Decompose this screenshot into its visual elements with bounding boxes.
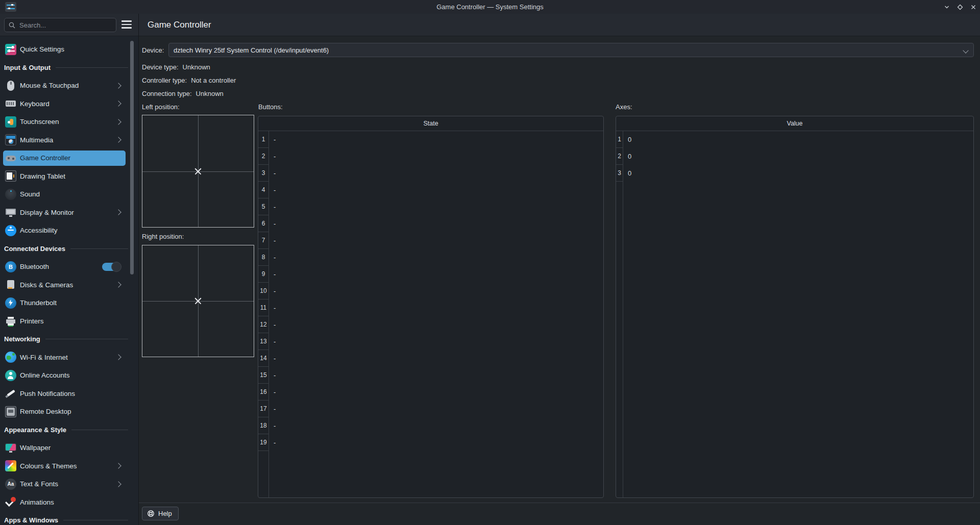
device-combobox[interactable]: dztech Winry 25tf System Control (/dev/i… [168,43,974,57]
sidebar-section-appearance-style: Appearance & Style [0,421,138,439]
sidebar-item-wi-fi-internet[interactable]: Wi-Fi & Internet [3,349,126,365]
row-value: - [268,434,276,451]
sidebar-item-disks-cameras[interactable]: Disks & Cameras [3,277,126,292]
row-number: 4 [258,182,268,198]
sidebar-item-multimedia[interactable]: Multimedia [3,132,126,147]
section-divider [45,339,128,339]
close-icon[interactable] [969,3,977,11]
row-number: 2 [258,148,268,165]
disks-icon [5,279,16,290]
table-row: 9- [258,266,603,283]
row-number: 14 [258,350,268,367]
sidebar-item-label: Keyboard [20,100,50,108]
sidebar-item-label: Push Notifications [20,390,75,397]
row-value: - [268,333,276,350]
buttons-label: Buttons: [258,103,283,111]
sidebar-item-label: Wallpaper [20,444,51,452]
help-icon [147,510,155,517]
row-value: - [268,182,276,198]
row-number: 19 [258,434,268,451]
remote-desktop-icon [5,406,16,417]
section-label: Appearance & Style [4,426,66,434]
table-row: 13- [258,333,603,350]
search-icon [9,22,15,29]
axes-table-body: 102030 [616,131,973,182]
window-title: Game Controller — System Settings [0,0,980,14]
table-row: 4- [258,182,603,198]
footer-divider [139,503,980,503]
multimedia-icon [5,134,16,145]
sidebar-item-label: Disks & Cameras [20,281,73,289]
hamburger-menu-icon[interactable] [121,20,132,29]
sidebar-item-bluetooth[interactable]: BBluetooth [3,259,126,274]
sidebar-item-online-accounts[interactable]: Online Accounts [3,368,126,383]
chevron-right-icon [115,463,121,469]
buttons-table-body: 1-2-3-4-5-6-7-8-9-10-11-12-13-14-15-16-1… [258,131,603,451]
sidebar-item-animations[interactable]: Animations [3,494,126,510]
sidebar-item-keyboard[interactable]: Keyboard [3,96,126,111]
sidebar: Quick SettingsInput & OutputMouse & Touc… [0,36,138,525]
chevron-right-icon [115,83,121,88]
row-value: - [268,266,276,283]
sidebar-item-accessibility[interactable]: Accessibility [3,223,126,238]
sidebar-item-remote-desktop[interactable]: Remote Desktop [3,404,126,419]
sidebar-item-mouse-touchpad[interactable]: Mouse & Touchpad [3,78,126,93]
wifi-icon [5,352,16,363]
row-number: 10 [258,283,268,299]
axes-table-header: Value [616,116,973,131]
row-number: 11 [258,299,268,316]
sidebar-item-push-notifications[interactable]: Push Notifications [3,386,126,401]
sidebar-item-colours-themes[interactable]: Colours & Themes [3,458,126,473]
table-row: 2- [258,148,603,165]
sidebar-item-wallpaper[interactable]: Wallpaper [3,440,126,456]
sound-icon [5,189,16,200]
left-position-label: Left position: [142,103,180,111]
sidebar-item-text-fonts[interactable]: AaText & Fonts [3,477,126,492]
sidebar-item-display-monitor[interactable]: Display & Monitor [3,205,126,220]
row-number: 18 [258,417,268,434]
section-divider [56,67,128,68]
sidebar-item-label: Thunderbolt [20,299,57,307]
minimize-icon[interactable] [943,3,950,11]
maximize-icon[interactable] [956,3,964,11]
left-position-box [142,115,254,228]
sidebar-item-touchscreen[interactable]: Touchscreen [3,114,126,130]
sidebar-item-drawing-tablet[interactable]: Drawing Tablet [3,168,126,184]
sidebar-item-label: Remote Desktop [20,408,71,415]
sidebar-item-label: Multimedia [20,136,53,144]
table-row: 11- [258,299,603,316]
sidebar-item-thunderbolt[interactable]: Thunderbolt [3,295,126,311]
sidebar-item-printers[interactable]: Printers [3,313,126,329]
right-position-box [142,245,254,357]
row-value: - [268,401,276,417]
help-button[interactable]: Help [142,507,179,520]
row-value: 0 [623,165,631,182]
row-value: 0 [623,148,631,165]
drawing-tablet-icon [5,170,16,182]
row-value: - [268,384,276,401]
sidebar-item-game-controller[interactable]: Game Controller [3,151,126,166]
bluetooth-icon: B [5,261,16,272]
table-row: 19- [258,434,603,451]
sidebar-section-networking: Networking [0,330,138,348]
row-number: 7 [258,232,268,249]
row-value: - [268,283,276,299]
table-row: 6- [258,215,603,232]
bluetooth-toggle[interactable] [102,263,120,271]
sidebar-item-label: Quick Settings [20,45,64,53]
sidebar-item-sound[interactable]: Sound [3,187,126,202]
search-box[interactable] [4,18,116,32]
chevron-right-icon [115,119,121,124]
buttons-table-header: State [258,116,603,131]
main-content: Device: dztech Winry 25tf System Control… [139,36,980,525]
axes-label: Axes: [616,103,632,111]
section-label: Apps & Windows [4,516,58,524]
sidebar-item-label: Mouse & Touchpad [20,82,79,89]
sidebar-scrollbar[interactable] [130,41,134,274]
search-input[interactable] [18,21,112,30]
chevron-right-icon [115,282,121,288]
chevron-right-icon [115,137,121,143]
sidebar-content-divider [138,14,139,525]
sidebar-item-quick-settings[interactable]: Quick Settings [3,42,126,57]
connection-type-label: Connection type: [142,90,192,97]
